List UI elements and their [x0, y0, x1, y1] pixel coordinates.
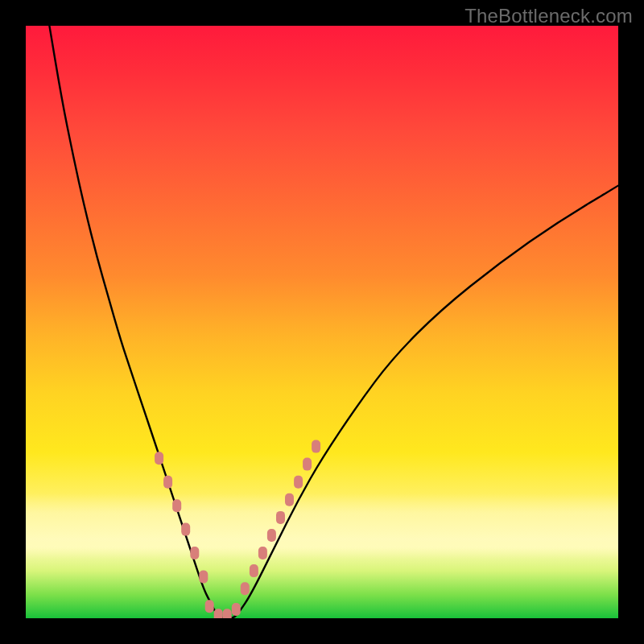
marker-dot: [155, 452, 163, 464]
marker-dot: [181, 523, 190, 536]
marker-dot: [294, 476, 303, 489]
marker-dot: [241, 582, 250, 595]
marker-dot: [267, 529, 276, 542]
watermark-text: TheBottleneck.com: [464, 5, 633, 27]
marker-dot: [172, 499, 181, 512]
marker-dots: [155, 440, 320, 618]
marker-dot: [258, 547, 267, 559]
marker-dot: [205, 600, 214, 613]
marker-dot: [190, 547, 199, 559]
marker-dot: [163, 476, 172, 489]
marker-dot: [214, 609, 223, 618]
outer-frame: TheBottleneck.com: [0, 0, 644, 644]
marker-dot: [276, 511, 285, 524]
marker-dot: [250, 564, 258, 577]
chart-svg: [26, 26, 618, 618]
plot-area: [26, 26, 618, 618]
bottleneck-curve: [49, 26, 618, 618]
marker-dot: [285, 493, 294, 506]
marker-dot: [303, 458, 312, 471]
marker-dot: [223, 609, 232, 618]
marker-dot: [312, 440, 320, 453]
marker-dot: [232, 603, 241, 616]
marker-dot: [199, 571, 208, 584]
